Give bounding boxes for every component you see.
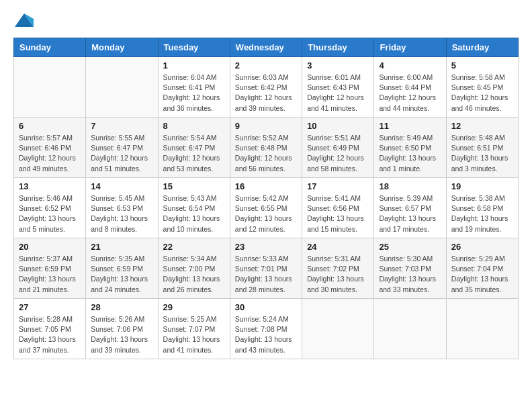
calendar-cell bbox=[302, 299, 374, 359]
calendar-cell: 28Sunrise: 5:26 AMSunset: 7:06 PMDayligh… bbox=[86, 299, 158, 359]
day-info: Sunrise: 5:42 AMSunset: 6:55 PMDaylight:… bbox=[235, 193, 297, 234]
day-info: Sunrise: 5:26 AMSunset: 7:06 PMDaylight:… bbox=[91, 314, 152, 355]
day-number: 24 bbox=[307, 242, 369, 252]
calendar-cell: 2Sunrise: 6:03 AMSunset: 6:42 PMDaylight… bbox=[230, 57, 302, 118]
day-info: Sunrise: 5:46 AMSunset: 6:52 PMDaylight:… bbox=[19, 193, 81, 234]
day-number: 28 bbox=[91, 302, 152, 312]
day-info: Sunrise: 5:49 AMSunset: 6:50 PMDaylight:… bbox=[379, 133, 441, 174]
calendar-week-row: 1Sunrise: 6:04 AMSunset: 6:41 PMDaylight… bbox=[14, 57, 519, 118]
day-of-week-header: Saturday bbox=[446, 38, 518, 57]
day-info: Sunrise: 6:01 AMSunset: 6:43 PMDaylight:… bbox=[307, 73, 369, 113]
calendar-cell: 13Sunrise: 5:46 AMSunset: 6:52 PMDayligh… bbox=[14, 178, 86, 238]
calendar-week-row: 6Sunrise: 5:57 AMSunset: 6:46 PMDaylight… bbox=[14, 118, 519, 178]
calendar-cell: 10Sunrise: 5:51 AMSunset: 6:49 PMDayligh… bbox=[302, 118, 374, 178]
calendar-week-row: 20Sunrise: 5:37 AMSunset: 6:59 PMDayligh… bbox=[14, 238, 519, 299]
day-info: Sunrise: 5:37 AMSunset: 6:59 PMDaylight:… bbox=[19, 254, 81, 295]
calendar-cell: 24Sunrise: 5:31 AMSunset: 7:02 PMDayligh… bbox=[302, 238, 374, 299]
day-number: 19 bbox=[451, 181, 513, 191]
calendar-cell: 12Sunrise: 5:48 AMSunset: 6:51 PMDayligh… bbox=[446, 118, 518, 178]
day-info: Sunrise: 5:24 AMSunset: 7:08 PMDaylight:… bbox=[235, 314, 297, 355]
calendar-header-row: SundayMondayTuesdayWednesdayThursdayFrid… bbox=[14, 38, 519, 57]
day-info: Sunrise: 5:51 AMSunset: 6:49 PMDaylight:… bbox=[307, 133, 369, 174]
day-number: 30 bbox=[235, 302, 297, 312]
day-number: 13 bbox=[19, 181, 81, 191]
calendar-cell: 23Sunrise: 5:33 AMSunset: 7:01 PMDayligh… bbox=[230, 238, 302, 299]
calendar-table: SundayMondayTuesdayWednesdayThursdayFrid… bbox=[13, 38, 519, 359]
calendar-cell bbox=[14, 57, 86, 118]
day-info: Sunrise: 6:00 AMSunset: 6:44 PMDaylight:… bbox=[379, 73, 441, 113]
day-number: 23 bbox=[235, 242, 297, 252]
day-info: Sunrise: 6:03 AMSunset: 6:42 PMDaylight:… bbox=[235, 73, 297, 113]
calendar-cell: 26Sunrise: 5:29 AMSunset: 7:04 PMDayligh… bbox=[446, 238, 518, 299]
day-info: Sunrise: 5:57 AMSunset: 6:46 PMDaylight:… bbox=[19, 133, 81, 174]
day-info: Sunrise: 5:38 AMSunset: 6:58 PMDaylight:… bbox=[451, 193, 513, 234]
calendar-cell: 9Sunrise: 5:52 AMSunset: 6:48 PMDaylight… bbox=[230, 118, 302, 178]
calendar-week-row: 13Sunrise: 5:46 AMSunset: 6:52 PMDayligh… bbox=[14, 178, 519, 238]
calendar-cell bbox=[86, 57, 158, 118]
day-number: 20 bbox=[19, 242, 81, 252]
day-number: 2 bbox=[235, 60, 297, 71]
day-number: 12 bbox=[451, 121, 513, 131]
calendar-cell: 17Sunrise: 5:41 AMSunset: 6:56 PMDayligh… bbox=[302, 178, 374, 238]
day-number: 1 bbox=[163, 60, 225, 71]
calendar-cell: 15Sunrise: 5:43 AMSunset: 6:54 PMDayligh… bbox=[158, 178, 230, 238]
day-info: Sunrise: 5:39 AMSunset: 6:57 PMDaylight:… bbox=[379, 193, 441, 234]
day-number: 9 bbox=[235, 121, 297, 131]
calendar-week-row: 27Sunrise: 5:28 AMSunset: 7:05 PMDayligh… bbox=[14, 299, 519, 359]
day-info: Sunrise: 5:31 AMSunset: 7:02 PMDaylight:… bbox=[307, 254, 369, 295]
logo-icon bbox=[15, 13, 34, 27]
day-info: Sunrise: 5:55 AMSunset: 6:47 PMDaylight:… bbox=[91, 133, 152, 174]
calendar-cell bbox=[446, 299, 518, 359]
calendar-cell: 25Sunrise: 5:30 AMSunset: 7:03 PMDayligh… bbox=[374, 238, 446, 299]
day-info: Sunrise: 5:29 AMSunset: 7:04 PMDaylight:… bbox=[451, 254, 513, 295]
calendar-cell bbox=[374, 299, 446, 359]
day-of-week-header: Wednesday bbox=[230, 38, 302, 57]
calendar-cell: 22Sunrise: 5:34 AMSunset: 7:00 PMDayligh… bbox=[158, 238, 230, 299]
day-number: 17 bbox=[307, 181, 369, 191]
calendar-cell: 4Sunrise: 6:00 AMSunset: 6:44 PMDaylight… bbox=[374, 57, 446, 118]
day-info: Sunrise: 5:52 AMSunset: 6:48 PMDaylight:… bbox=[235, 133, 297, 174]
calendar-cell: 5Sunrise: 5:58 AMSunset: 6:45 PMDaylight… bbox=[446, 57, 518, 118]
calendar-cell: 29Sunrise: 5:25 AMSunset: 7:07 PMDayligh… bbox=[158, 299, 230, 359]
calendar-cell: 1Sunrise: 6:04 AMSunset: 6:41 PMDaylight… bbox=[158, 57, 230, 118]
page-header bbox=[13, 13, 519, 27]
day-info: Sunrise: 5:54 AMSunset: 6:47 PMDaylight:… bbox=[163, 133, 225, 174]
day-info: Sunrise: 5:25 AMSunset: 7:07 PMDaylight:… bbox=[163, 314, 225, 355]
day-info: Sunrise: 5:34 AMSunset: 7:00 PMDaylight:… bbox=[163, 254, 225, 295]
day-number: 10 bbox=[307, 121, 369, 131]
calendar-cell: 3Sunrise: 6:01 AMSunset: 6:43 PMDaylight… bbox=[302, 57, 374, 118]
day-info: Sunrise: 5:48 AMSunset: 6:51 PMDaylight:… bbox=[451, 133, 513, 174]
day-number: 5 bbox=[451, 60, 513, 71]
day-number: 7 bbox=[91, 121, 152, 131]
day-number: 6 bbox=[19, 121, 81, 131]
day-number: 18 bbox=[379, 181, 441, 191]
day-number: 22 bbox=[163, 242, 225, 252]
calendar-cell: 27Sunrise: 5:28 AMSunset: 7:05 PMDayligh… bbox=[14, 299, 86, 359]
day-info: Sunrise: 5:58 AMSunset: 6:45 PMDaylight:… bbox=[451, 73, 513, 113]
calendar-cell: 11Sunrise: 5:49 AMSunset: 6:50 PMDayligh… bbox=[374, 118, 446, 178]
day-number: 21 bbox=[91, 242, 152, 252]
day-of-week-header: Thursday bbox=[302, 38, 374, 57]
day-number: 29 bbox=[163, 302, 225, 312]
day-number: 11 bbox=[379, 121, 441, 131]
calendar-cell: 30Sunrise: 5:24 AMSunset: 7:08 PMDayligh… bbox=[230, 299, 302, 359]
calendar-cell: 20Sunrise: 5:37 AMSunset: 6:59 PMDayligh… bbox=[14, 238, 86, 299]
day-info: Sunrise: 5:33 AMSunset: 7:01 PMDaylight:… bbox=[235, 254, 297, 295]
day-info: Sunrise: 5:41 AMSunset: 6:56 PMDaylight:… bbox=[307, 193, 369, 234]
day-number: 3 bbox=[307, 60, 369, 71]
calendar-cell: 18Sunrise: 5:39 AMSunset: 6:57 PMDayligh… bbox=[374, 178, 446, 238]
day-info: Sunrise: 5:28 AMSunset: 7:05 PMDaylight:… bbox=[19, 314, 81, 355]
day-number: 26 bbox=[451, 242, 513, 252]
day-info: Sunrise: 5:35 AMSunset: 6:59 PMDaylight:… bbox=[91, 254, 152, 295]
calendar-cell: 8Sunrise: 5:54 AMSunset: 6:47 PMDaylight… bbox=[158, 118, 230, 178]
day-info: Sunrise: 6:04 AMSunset: 6:41 PMDaylight:… bbox=[163, 73, 225, 113]
day-number: 14 bbox=[91, 181, 152, 191]
day-info: Sunrise: 5:45 AMSunset: 6:53 PMDaylight:… bbox=[91, 193, 152, 234]
calendar-cell: 16Sunrise: 5:42 AMSunset: 6:55 PMDayligh… bbox=[230, 178, 302, 238]
calendar-cell: 6Sunrise: 5:57 AMSunset: 6:46 PMDaylight… bbox=[14, 118, 86, 178]
day-of-week-header: Friday bbox=[374, 38, 446, 57]
day-number: 8 bbox=[163, 121, 225, 131]
day-of-week-header: Tuesday bbox=[158, 38, 230, 57]
calendar-cell: 19Sunrise: 5:38 AMSunset: 6:58 PMDayligh… bbox=[446, 178, 518, 238]
day-number: 25 bbox=[379, 242, 441, 252]
